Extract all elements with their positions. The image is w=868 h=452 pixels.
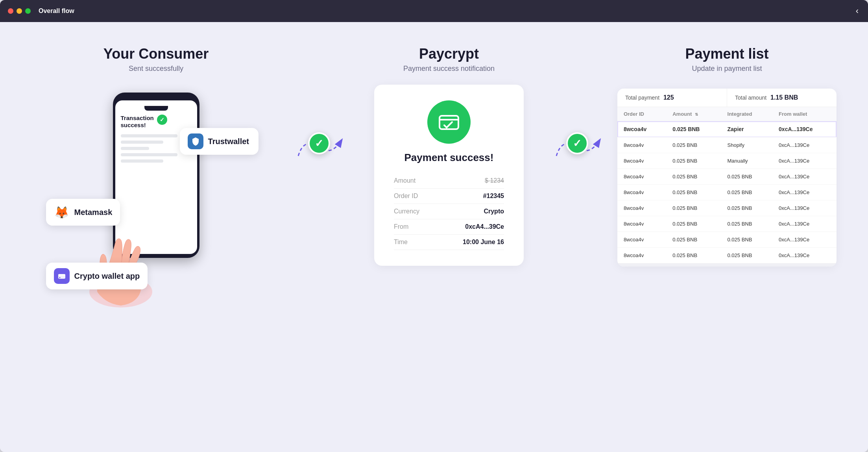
total-payment-value: 125 xyxy=(663,94,674,101)
phone-line-5 xyxy=(121,159,163,163)
table-row: 8wcoa4v 0.025 BNB 0.025 BNB 0xcA...139Ce xyxy=(617,169,837,185)
total-payment-label: Total payment xyxy=(625,94,659,101)
tx-text: Transactionsuccess! xyxy=(121,115,154,129)
row-integrated: 0.025 BNB xyxy=(721,200,773,216)
highlighted-fromwallet: 0xcA...139Ce xyxy=(772,121,837,137)
row-fromwallet: 0xcA...139Ce xyxy=(772,200,837,216)
paycrypt-subtitle: Payment success notification xyxy=(403,65,495,73)
minimize-button[interactable] xyxy=(17,8,22,14)
orderid-label: Order ID xyxy=(394,193,418,200)
sort-icon[interactable]: ⇅ xyxy=(695,112,698,117)
paycrypt-column: Paycrypt Payment success notification Pa… xyxy=(359,46,539,266)
row-amount: 0.025 BNB xyxy=(666,153,721,169)
payment-table: Order ID Amount ⇅ Integrated From wallet… xyxy=(617,107,837,263)
time-label: Time xyxy=(394,239,408,246)
currency-value: Crypto xyxy=(484,208,504,215)
row-amount: 0.025 BNB xyxy=(666,232,721,248)
row-integrated: Manually xyxy=(721,153,773,169)
pay-row-amount: Amount $ 1234 xyxy=(394,173,504,189)
row-fromwallet: 0xcA...139Ce xyxy=(772,185,837,200)
title-bar: Overall flow ‹ xyxy=(0,0,868,22)
row-fromwallet: 0xcA...139Ce xyxy=(772,137,837,153)
table-row: 8wcoa4v 0.025 BNB Manually 0xcA...139Ce xyxy=(617,153,837,169)
consumer-title: Your Consumer xyxy=(103,46,209,62)
from-value: 0xcA4...39Ce xyxy=(465,223,504,230)
row-integrated: 0.025 BNB xyxy=(721,185,773,200)
row-fromwallet: 0xcA...139Ce xyxy=(772,216,837,232)
close-button[interactable] xyxy=(8,8,13,14)
row-integrated: Shopify xyxy=(721,137,773,153)
col-header-amount: Amount ⇅ xyxy=(666,107,721,121)
amount-value: $ 1234 xyxy=(485,177,504,184)
row-amount: 0.025 BNB xyxy=(666,185,721,200)
table-row: 8wcoa4v 0.025 BNB 0.025 BNB 0xcA...139Ce xyxy=(617,248,837,263)
row-amount: 0.025 BNB xyxy=(666,137,721,153)
app-window: Overall flow ‹ Your Consumer Sent succes… xyxy=(0,0,868,452)
trustwallet-label: Trustwallet xyxy=(208,137,249,146)
highlighted-orderid: 8wcoa4v xyxy=(617,121,666,137)
total-amount-box: Total amount 1.15 BNB xyxy=(727,89,837,107)
row-amount: 0.025 BNB xyxy=(666,169,721,185)
row-orderid: 8wcoa4v xyxy=(617,185,666,200)
svg-rect-4 xyxy=(440,116,458,129)
svg-rect-1 xyxy=(58,274,65,276)
svg-point-2 xyxy=(59,277,60,278)
row-fromwallet: 0xcA...139Ce xyxy=(772,169,837,185)
tx-check-icon: ✓ xyxy=(157,115,167,125)
row-amount: 0.025 BNB xyxy=(666,248,721,263)
crypto-wallet-badge: Crypto wallet app xyxy=(46,263,148,289)
row-orderid: 8wcoa4v xyxy=(617,137,666,153)
table-row: 8wcoa4v 0.025 BNB 0.025 BNB 0xcA...139Ce xyxy=(617,200,837,216)
maximize-button[interactable] xyxy=(25,8,31,14)
transaction-success: Transactionsuccess! ✓ xyxy=(121,115,192,129)
row-fromwallet: 0xcA...139Ce xyxy=(772,232,837,248)
table-row: 8wcoa4v 0.025 BNB 0.025 BNB 0xcA...139Ce xyxy=(617,216,837,232)
row-fromwallet: 0xcA...139Ce xyxy=(772,248,837,263)
phone-line-4 xyxy=(121,153,177,156)
highlighted-table-row: 8wcoa4v 0.025 BNB Zapier 0xcA...139Ce xyxy=(617,121,837,137)
highlighted-amount: 0.025 BNB xyxy=(666,121,721,137)
row-integrated: 0.025 BNB xyxy=(721,169,773,185)
trustwallet-badge: Trustwallet xyxy=(180,128,259,155)
col-header-fromwallet: From wallet xyxy=(772,107,837,121)
phone-line-2 xyxy=(121,141,163,144)
row-orderid: 8wcoa4v xyxy=(617,200,666,216)
table-row: 8wcoa4v 0.025 BNB 0.025 BNB 0xcA...139Ce xyxy=(617,185,837,200)
payment-success-icon xyxy=(427,100,471,144)
row-fromwallet: 0xcA...139Ce xyxy=(772,153,837,169)
crypto-wallet-label: Crypto wallet app xyxy=(74,272,140,281)
payment-list-subtitle: Update in payment list xyxy=(617,65,837,73)
amount-label: Amount xyxy=(394,177,416,184)
metamask-badge: 🦊 Metamask xyxy=(46,199,120,226)
table-row: 8wcoa4v 0.025 BNB 0.025 BNB 0xcA...139Ce xyxy=(617,232,837,248)
payment-list-header: Total payment 125 Total amount 1.15 BNB xyxy=(617,89,837,107)
row-orderid: 8wcoa4v xyxy=(617,216,666,232)
row-amount: 0.025 BNB xyxy=(666,216,721,232)
table-scrollbar[interactable] xyxy=(617,263,837,267)
table-header-row: Order ID Amount ⇅ Integrated From wallet xyxy=(617,107,837,121)
row-integrated: 0.025 BNB xyxy=(721,232,773,248)
metamask-icon: 🦊 xyxy=(54,204,70,220)
traffic-lights xyxy=(8,8,31,14)
orderid-value: #12345 xyxy=(483,193,504,200)
flow-check-2: ✓ xyxy=(566,132,588,154)
payment-list-title: Payment list xyxy=(617,46,837,62)
from-label: From xyxy=(394,223,408,230)
row-orderid: 8wcoa4v xyxy=(617,153,666,169)
crypto-wallet-icon xyxy=(54,268,70,284)
currency-label: Currency xyxy=(394,208,419,215)
phone-notch xyxy=(144,106,168,111)
consumer-column: Your Consumer Sent successfully Trustwal… xyxy=(31,46,281,278)
time-value: 10:00 June 16 xyxy=(463,239,504,246)
payment-list-column: Payment list Update in payment list Tota… xyxy=(617,46,837,267)
row-orderid: 8wcoa4v xyxy=(617,248,666,263)
pay-row-time: Time 10:00 June 16 xyxy=(394,235,504,250)
col-header-orderid: Order ID xyxy=(617,107,666,121)
back-button[interactable]: ‹ xyxy=(856,6,859,16)
table-row: 8wcoa4v 0.025 BNB Shopify 0xcA...139Ce xyxy=(617,137,837,153)
paycrypt-card: Payment success! Amount $ 1234 Order ID … xyxy=(374,85,524,266)
total-amount-value: 1.15 BNB xyxy=(770,94,798,101)
row-amount: 0.025 BNB xyxy=(666,200,721,216)
row-integrated: 0.025 BNB xyxy=(721,248,773,263)
pay-row-from: From 0xcA4...39Ce xyxy=(394,219,504,235)
